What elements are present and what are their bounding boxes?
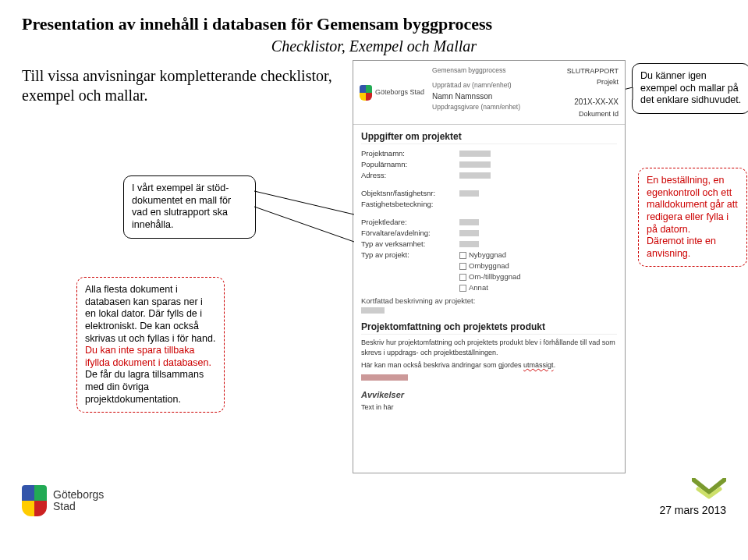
checkbox-icon [459,274,466,281]
svg-line-1 [254,207,354,242]
callout-alla-red1: Du kan inte spara tillbaka ifyllda dokum… [85,345,211,368]
doc-meta-left: Gemensam byggprocess Upprättad av (namn/… [432,66,559,119]
doc-logo-text: Göteborgs Stad [375,89,424,96]
redact [361,307,385,314]
check-ny: Nybyggnad [469,250,506,259]
label-projektnamn: Projektnamn: [361,149,455,158]
main-content: Till vissa anvisningar kompletterande ch… [22,66,726,472]
doc-heading-omfattning: Projektomfattning och projektets produkt [361,321,617,335]
doc-proj: Projekt [567,76,619,87]
doc-type: SLUTRAPPORT [567,66,619,76]
callout-stod: I vårt exempel är stöd-dokumentet en mal… [123,175,256,239]
redact [459,161,491,168]
callout-best-text: En beställning, en egenkontroll och ett … [647,175,738,235]
doc-logo: Göteborgs Stad [360,66,424,119]
checkbox-icon [459,285,466,292]
doc-avvikelser-heading: Avvikelser [361,390,617,399]
redact [459,151,491,157]
doc-date: 201X-XX-XX [567,96,619,108]
label-fastbet: Fastighetsbeteckning: [361,200,455,208]
intro-text: Till vissa anvisningar kompletterande ch… [22,66,349,105]
doc-meta-process: Gemensam byggprocess [432,66,559,76]
doc-omf-text2b: utmässigt [523,361,554,369]
label-typverk: Typ av verksamhet: [361,239,455,248]
page-title: Presentation av innehåll i databasen för… [22,14,726,34]
footer-logo-line2: Stad [53,501,104,512]
label-objektsnr: Objektsnr/fastighetsnr: [361,189,455,197]
doc-heading-uppgifter: Uppgifter om projektet [361,131,617,144]
checkbox-icon [459,252,466,259]
label-kortf: Kortfattad beskrivning av projektet: [361,296,475,305]
doc-meta-uppd: Uppdragsgivare (namn/enhet) [432,102,559,112]
callout-alla-text: Alla flesta dokument i databasen kan spa… [85,284,215,344]
label-forvalt: Förvaltare/avdelning: [361,229,455,237]
shield-icon [22,485,47,516]
footer-date: 27 mars 2013 [659,504,726,516]
doc-omf-text2a: Här kan man också beskriva ändringar som… [361,361,523,369]
footer-right: 27 mars 2013 [659,478,726,516]
redact [459,241,479,247]
redact [459,172,491,179]
label-typproj: Typ av projekt: [361,250,455,259]
check-annat: Annat [469,283,488,292]
label-popularnamn: Populärnamn: [361,160,455,168]
doc-meta-name: Namn Namnsson [432,90,559,102]
doc-header: Göteborgs Stad Gemensam byggprocess Uppr… [353,61,625,125]
doc-body: Uppgifter om projektet Projektnamn: Popu… [353,125,625,418]
leader-line [254,183,356,246]
footer-logo: Göteborgs Stad [22,485,104,516]
doc-meta-right: SLUTRAPPORT Projekt 201X-XX-XX Dokument … [567,66,619,119]
check-omtill: Om-/tillbyggnad [469,272,521,281]
doc-meta-label: Upprättad av (namn/enhet) [432,80,559,90]
page-subtitle: Checklistor, Exempel och Mallar [22,37,726,55]
doc-omf-text2c: . [554,361,556,369]
checkbox-icon [459,263,466,270]
footer-logo-line1: Göteborgs [53,489,104,501]
check-om: Ombyggnad [469,261,509,270]
callout-alla-flesta: Alla flesta dokument i databasen kan spa… [76,277,225,413]
doc-avvikelser-text: Text in här [361,402,617,413]
chevron-icon [692,478,726,500]
redact [459,190,479,197]
doc-omf-text2: Här kan man också beskriva ändringar som… [361,360,617,370]
doc-id: Dokument Id [567,108,619,119]
label-projled: Projektledare: [361,218,455,226]
callout-stod-text: I vårt exempel är stöd-dokumentet en mal… [132,183,231,230]
callout-best-red: Däremot inte en anvisning. [647,236,716,259]
label-adress: Adress: [361,171,455,179]
document-preview: Göteborgs Stad Gemensam byggprocess Uppr… [353,60,626,473]
callout-bestallning: En beställning, en egenkontroll och ett … [638,168,747,267]
callout-top-right: Du känner igen exempel och mallar på det… [632,63,748,114]
footer: Göteborgs Stad 27 mars 2013 [22,478,726,516]
svg-line-0 [254,191,354,214]
redact-red [361,374,408,381]
doc-omf-text1: Beskriv hur projektomfattning och projek… [361,338,617,357]
redact [459,230,479,236]
callout-alla-red2: De får du lagra tillsammans med din övri… [85,369,204,404]
callout-text: Du känner igen exempel och mallar på det… [640,70,741,105]
shield-icon [360,85,372,101]
redact [459,219,479,225]
